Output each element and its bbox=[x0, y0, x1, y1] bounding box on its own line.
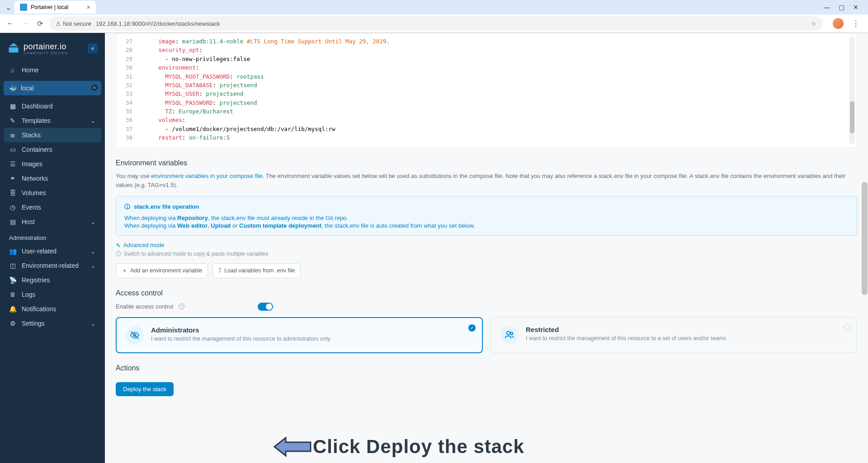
main-scrollbar-thumb[interactable] bbox=[862, 182, 868, 295]
code-scrollbar-thumb[interactable] bbox=[850, 101, 854, 133]
actions-title: Actions bbox=[116, 364, 857, 372]
sidebar-item-host[interactable]: ▤Host⌄ bbox=[4, 215, 101, 229]
maximize-icon[interactable]: ▢ bbox=[838, 4, 844, 10]
address-bar[interactable]: ⚠ Not secure 192.168.1.18:9000/#!/2/dock… bbox=[49, 16, 823, 31]
env-close-icon[interactable]: × bbox=[91, 84, 98, 91]
advanced-mode-label: Advanced mode bbox=[123, 242, 164, 248]
browser-tab[interactable]: Portainer | local × bbox=[14, 1, 96, 14]
code-editor[interactable]: 27 image: mariadb:11.4-noble #LTS Long T… bbox=[116, 33, 857, 148]
sidebar-item-label: Images bbox=[22, 160, 42, 168]
code-line: 33 MYSQL_USER: projectsend bbox=[116, 89, 857, 98]
file-icon: 🗎 bbox=[9, 291, 16, 298]
sidebar-item-label: Registries bbox=[22, 276, 50, 284]
browser-toolbar: ← → ⟳ ⚠ Not secure 192.168.1.18:9000/#!/… bbox=[0, 14, 868, 33]
bookmark-star-icon[interactable]: ☆ bbox=[811, 20, 816, 27]
deploy-stack-button[interactable]: Deploy the stack bbox=[116, 382, 174, 396]
reload-icon[interactable]: ⟳ bbox=[35, 18, 45, 30]
tab-close-icon[interactable]: × bbox=[87, 4, 90, 11]
plus-icon: ＋ bbox=[122, 267, 127, 275]
sidebar-item-settings[interactable]: ⚙Settings⌄ bbox=[4, 316, 101, 331]
chevron-down-icon: ⌄ bbox=[90, 262, 96, 269]
sidebar-item-volumes[interactable]: 🗄Volumes bbox=[4, 186, 101, 200]
not-secure-badge[interactable]: ⚠ Not secure bbox=[56, 20, 91, 27]
code-line: 27 image: mariadb:11.4-noble #LTS Long T… bbox=[116, 37, 857, 46]
tutorial-annotation: Click Deploy the stack bbox=[272, 435, 524, 458]
code-line: 32 MYSQL_DATABASE: projectsend bbox=[116, 81, 857, 89]
tabs-dropdown[interactable]: ⌄ bbox=[4, 3, 13, 12]
forward-icon[interactable]: → bbox=[20, 18, 31, 29]
sidebar-item-templates[interactable]: ✎Templates⌄ bbox=[4, 113, 101, 128]
back-icon[interactable]: ← bbox=[5, 18, 15, 29]
sidebar-item-dashboard[interactable]: ▦Dashboard bbox=[4, 99, 101, 113]
sidebar-item-label: Notifications bbox=[22, 305, 56, 313]
env-desc-pre: You may use bbox=[116, 173, 151, 179]
sidebar: portainer.io COMMUNITY EDITION « ⌂ Home … bbox=[0, 33, 105, 463]
gear-icon: ⚙ bbox=[9, 320, 16, 327]
code-line: 28 security_opt: bbox=[116, 46, 857, 54]
sidebar-item-label: Environment-related bbox=[22, 262, 79, 269]
sidebar-item-events[interactable]: ◷Events bbox=[4, 200, 101, 215]
close-window-icon[interactable]: ✕ bbox=[853, 4, 859, 10]
sidebar-item-label: Host bbox=[22, 218, 35, 225]
sidebar-item-containers[interactable]: ▭Containers bbox=[4, 142, 101, 157]
code-line: 29 - no-new-privileges:false bbox=[116, 55, 857, 63]
add-env-var-label: Add an environment variable bbox=[130, 267, 202, 274]
list-icon: ☰ bbox=[9, 160, 16, 168]
load-env-file-button[interactable]: ⤴ Load variables from .env file bbox=[212, 263, 301, 278]
enable-access-label: Enable access control bbox=[116, 303, 173, 310]
line-number: 32 bbox=[116, 81, 138, 89]
sidebar-item-label: Settings bbox=[22, 320, 45, 327]
profile-avatar[interactable] bbox=[833, 18, 844, 29]
line-number: 36 bbox=[116, 116, 138, 124]
clock-icon: ◷ bbox=[9, 204, 16, 211]
line-number: 28 bbox=[116, 46, 138, 54]
line-number: 29 bbox=[116, 55, 138, 63]
edit-icon: ✎ bbox=[116, 242, 121, 249]
svg-rect-0 bbox=[9, 47, 19, 53]
sidebar-item-label: User-related bbox=[22, 248, 57, 255]
sidebar-item-logs[interactable]: 🗎Logs bbox=[4, 287, 101, 302]
docker-icon: 🐳 bbox=[9, 84, 16, 92]
sidebar-item-stacks[interactable]: ≣Stacks bbox=[4, 128, 101, 142]
browser-menu-icon[interactable]: ⋮ bbox=[848, 19, 863, 28]
sidebar-item-home[interactable]: ⌂ Home bbox=[4, 63, 101, 77]
portainer-logo-icon bbox=[7, 42, 20, 55]
sidebar-item-user-related[interactable]: 👥User-related⌄ bbox=[4, 244, 101, 258]
brand-subtitle: COMMUNITY EDITION bbox=[24, 51, 68, 55]
access-control-title: Access control bbox=[116, 289, 857, 297]
access-card-administrators[interactable]: Administrators I want to restrict the ma… bbox=[116, 317, 483, 353]
sidebar-item-label: Logs bbox=[22, 291, 35, 298]
sidebar-item-images[interactable]: ☰Images bbox=[4, 157, 101, 171]
environment-badge[interactable]: 🐳 local × bbox=[4, 81, 101, 95]
chevron-down-icon: ⌄ bbox=[90, 320, 96, 327]
toggle-knob bbox=[266, 304, 272, 310]
sidebar-item-label: Dashboard bbox=[22, 103, 53, 110]
sidebar-item-networks[interactable]: ⚭Networks bbox=[4, 171, 101, 186]
env-desc-link[interactable]: environment variables in your compose fi… bbox=[151, 173, 262, 179]
line-number: 31 bbox=[116, 72, 138, 81]
info-box-title: ⓘ stack.env file operation bbox=[124, 203, 849, 211]
collapse-sidebar-button[interactable]: « bbox=[88, 43, 98, 53]
svg-point-4 bbox=[510, 332, 513, 335]
chevron-down-icon: ⌄ bbox=[90, 218, 96, 225]
access-control-toggle[interactable] bbox=[258, 303, 273, 311]
sidebar-item-label: Home bbox=[22, 66, 38, 74]
minimize-icon[interactable]: — bbox=[824, 4, 830, 10]
env-section-title: Environment variables bbox=[116, 159, 857, 167]
chevron-down-icon: ⌄ bbox=[90, 117, 96, 124]
help-icon[interactable]: ? bbox=[179, 304, 184, 309]
sidebar-item-environment-related[interactable]: ◫Environment-related⌄ bbox=[4, 258, 101, 273]
logo-row: portainer.io COMMUNITY EDITION « bbox=[4, 38, 101, 63]
line-number: 38 bbox=[116, 133, 138, 142]
sidebar-item-registries[interactable]: 📡Registries bbox=[4, 273, 101, 287]
bell-icon: 🔔 bbox=[9, 305, 16, 313]
add-env-var-button[interactable]: ＋ Add an environment variable bbox=[116, 263, 208, 278]
card-admin-desc: I want to restrict the management of thi… bbox=[151, 336, 330, 342]
tab-title: Portainer | local bbox=[31, 4, 68, 10]
access-card-restricted[interactable]: Restricted I want to restrict the manage… bbox=[491, 317, 857, 353]
sidebar-item-notifications[interactable]: 🔔Notifications bbox=[4, 302, 101, 316]
advanced-mode-hint: ⓘ Switch to advanced mode to copy & past… bbox=[116, 250, 857, 258]
code-scrollbar[interactable] bbox=[849, 37, 855, 144]
window-controls: — ▢ ✕ bbox=[824, 4, 864, 10]
advanced-mode-link[interactable]: ✎ Advanced mode bbox=[116, 242, 857, 249]
